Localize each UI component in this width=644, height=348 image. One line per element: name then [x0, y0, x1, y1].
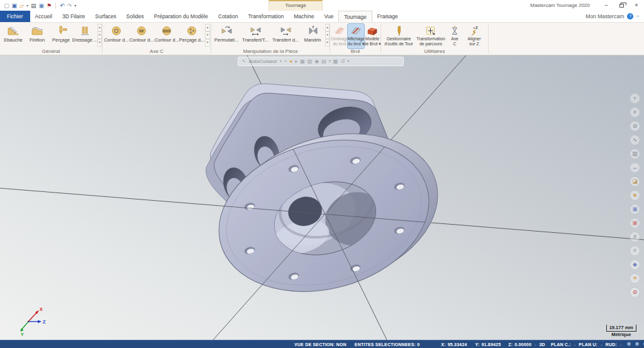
mon-mastercam-link[interactable]: Mon Mastercam [586, 13, 624, 20]
gestionnaire-outils-button[interactable]: Gestionnaired'outils de Tour [382, 24, 415, 48]
wcs-selector[interactable]: RUD: [606, 342, 617, 347]
transfert-tour-button[interactable]: Transfert/T... [240, 24, 270, 48]
percage-axe-c-button[interactable]: Perçage d... [179, 24, 204, 48]
grid-icon[interactable]: # [630, 232, 640, 242]
autocursor-caret-icon[interactable]: ▾ [280, 57, 282, 65]
aligner-sur-z-button[interactable]: Z+ Alignersur Z [463, 24, 486, 48]
cursor-mode-icon[interactable]: ▸ [295, 57, 297, 65]
analyze-dynamic-icon[interactable]: ∿ [630, 135, 640, 145]
snap-entity-icon[interactable]: ▧ [308, 57, 313, 65]
tab-fraisage[interactable]: Fraisage [372, 11, 403, 22]
graphics-viewport[interactable]: ↖ AutoCurseur ▾ + ● ▸ ▦ ▧ ◉ ▤ ▾ ▩ ↺ ▾ + … [0, 55, 644, 340]
new-file-icon[interactable]: ▢ [4, 3, 9, 9]
layers-blue-icon[interactable]: ▣ [630, 204, 640, 215]
z-coordinate-label: Z: [508, 342, 513, 347]
dressage-button[interactable]: Dressage ... [73, 24, 97, 48]
tab-surfaces[interactable]: Surfaces [90, 11, 121, 22]
more-caret-icon[interactable]: ▾ [347, 57, 349, 65]
snap-center-icon[interactable]: ◉ [314, 57, 319, 65]
grid-snap-icon[interactable]: # [630, 245, 640, 256]
gallery-scroll-axe-c[interactable]: ▲▼▼ [205, 24, 210, 47]
3d-scene[interactable] [0, 55, 644, 340]
tab-3d-filaire[interactable]: 3D Filaire [57, 11, 90, 22]
blank-view-icon[interactable]: ▧ [630, 149, 640, 159]
solid-cube-icon[interactable]: ■ [630, 190, 640, 201]
tab-cotation[interactable]: Cotation [213, 11, 243, 22]
contour-c-transversal-button[interactable]: Contour d... [129, 24, 154, 48]
contour-c-enveloppe-button[interactable]: Contour d... [154, 24, 179, 48]
disable-icon[interactable]: ⊘ [630, 287, 640, 298]
redo-icon[interactable]: ↷ [67, 3, 72, 9]
repeat-function-icon[interactable]: ↺ [340, 57, 345, 65]
tab-accueil[interactable]: Accueil [30, 11, 57, 22]
origin-point-icon[interactable]: ● [289, 57, 292, 65]
undo-icon[interactable]: ↶ [60, 3, 65, 9]
minimize-button[interactable]: – [599, 1, 614, 11]
tab-transformation[interactable]: Transformation [243, 11, 289, 22]
statusbar-separator: - [574, 342, 576, 347]
analyze-distance-icon[interactable]: × [630, 107, 640, 118]
zoom-window-icon[interactable]: + [630, 93, 640, 104]
snap-midpoint-icon[interactable]: ▤ [321, 57, 326, 65]
tab-machine[interactable]: Machine [289, 11, 319, 22]
ribbon-group-manipulation: Permutati... Transfert/T... Transfert d.… [211, 23, 330, 55]
clear-colors-icon[interactable]: ◪ [630, 176, 640, 187]
axe-c-utilitaire-icon [448, 25, 462, 36]
snap-caret-icon[interactable]: ▾ [329, 57, 331, 65]
fit-screen-icon[interactable]: ↔ [630, 162, 640, 173]
open-icon[interactable]: ▱ [19, 3, 24, 9]
grid-options-icon[interactable]: ▩ [333, 57, 338, 65]
print-icon[interactable]: ▤ [31, 3, 36, 9]
percage-button[interactable]: Perçage [49, 24, 73, 48]
help-icon[interactable]: ? [627, 13, 633, 20]
transfert-dynamique-button[interactable]: Transfert d... [270, 24, 301, 48]
analyze-entity-icon[interactable]: ⊘ [630, 121, 640, 132]
tab-preparation-du-modele[interactable]: Préparation du Modèle [149, 11, 213, 22]
transformation-parcours-button[interactable]: Transformationde parcours [415, 24, 447, 48]
aligner-sur-z-icon: Z+ [467, 25, 481, 36]
wcs-gnomon-icon[interactable]: ⊕ [627, 340, 631, 348]
tool-plane-selector[interactable]: PLAN U: [579, 342, 597, 347]
flag-icon[interactable]: ⚑ [47, 3, 52, 9]
gallery-scroll-manipulation[interactable]: ▲▼▼ [325, 24, 330, 47]
axe-c-utilitaire-button[interactable]: AxeC [447, 24, 463, 48]
tab-solides[interactable]: Solides [121, 11, 149, 22]
gear-icon[interactable]: ☀ [630, 273, 640, 284]
fast-point-icon[interactable]: + [284, 57, 287, 65]
collapse-ribbon-icon[interactable]: ^ [636, 14, 639, 20]
dimension-mode-toggle[interactable]: 3D [540, 342, 545, 347]
autocursor-toolbar[interactable]: ↖ AutoCurseur ▾ + ● ▸ ▦ ▧ ◉ ▤ ▾ ▩ ↺ ▾ [238, 57, 404, 66]
restore-button[interactable] [614, 1, 629, 11]
permutation-button[interactable]: Permutati... [213, 24, 240, 48]
group-label-utilitaires: Utilitaires [381, 48, 488, 55]
construction-plane-selector[interactable]: PLAN C.: [551, 342, 571, 347]
snap-grid-icon[interactable]: ▦ [300, 57, 305, 65]
finition-button[interactable]: Finition [25, 24, 49, 48]
shaded-cube-icon[interactable]: ◆ [630, 259, 640, 270]
tab-vue[interactable]: Vue [319, 11, 338, 22]
close-button[interactable]: × [629, 1, 644, 11]
selected-entities-status[interactable]: ENTITES SELECTIONNEES: 0 [355, 342, 420, 347]
layers-red-icon[interactable]: ▣ [630, 218, 640, 228]
gallery-scroll-general[interactable]: ▲▼▼ [97, 24, 102, 47]
affichage-du-brut-button[interactable]: Affichagedu brut ▾ [348, 24, 364, 48]
contour-c-face-button[interactable]: Contour d... [104, 24, 129, 48]
tool-plane-gnomon-icon[interactable]: ⊕ [635, 340, 639, 348]
modele-de-brut-button[interactable]: Modèlede Brut ▾ [364, 24, 380, 48]
save-icon[interactable]: ▣ [12, 3, 18, 9]
section-view-status[interactable]: VUE DE SECTION: NON [294, 342, 347, 347]
qat-more-icon[interactable]: ▾ [74, 3, 76, 9]
autocursor-dropdown[interactable]: AutoCurseur [249, 59, 277, 64]
titlebar: ▢ ▣ ▱ ▾ ▤ ▣ ⚑ ↶ ↷ ▾ Tournage Mastercam T… [0, 0, 644, 11]
quick-access-toolbar: ▢ ▣ ▱ ▾ ▤ ▣ ⚑ ↶ ↷ ▾ [0, 3, 76, 9]
save-as-icon[interactable]: ▣ [38, 3, 44, 9]
svg-text:+: + [473, 26, 475, 30]
selection-arrow-icon[interactable]: ↖ [242, 57, 247, 65]
y-coordinate-label: Y: [475, 342, 480, 347]
tab-tournage[interactable]: Tournage [338, 11, 372, 22]
ebauche-button[interactable]: Ebauche [1, 24, 25, 48]
tab-fichier[interactable]: Fichier [0, 11, 30, 22]
y-axis-label: Y [21, 332, 24, 336]
mandrin-button[interactable]: Mandrin [301, 24, 325, 48]
open-caret-icon[interactable]: ▾ [26, 3, 28, 9]
